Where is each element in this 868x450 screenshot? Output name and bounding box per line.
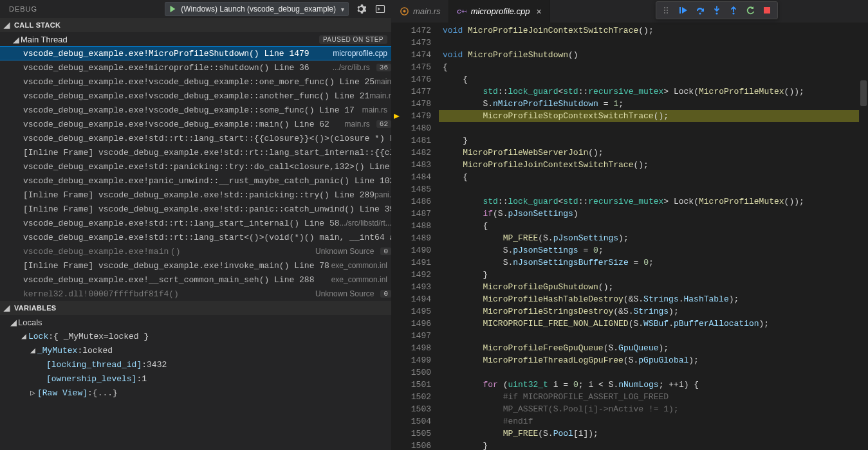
stack-frame[interactable]: [Inline Frame] vscode_debug_example.exe!…: [0, 188, 391, 202]
code-line[interactable]: S.pJsonSettings = 0;: [439, 244, 859, 256]
stack-frame[interactable]: vscode_debug_example.exe!vscode_debug_ex…: [0, 103, 391, 117]
thread-name: Main Thread: [21, 35, 68, 44]
code-line[interactable]: S.nJsonSettingsBufferSize = 0;: [439, 256, 859, 269]
code-line[interactable]: {: [439, 61, 859, 73]
variable-row[interactable]: ▷ [Raw View]: {...}: [0, 386, 391, 400]
drag-grip-icon[interactable]: [659, 3, 674, 18]
svg-point-6: [664, 10, 665, 11]
thread-status-badge: PAUSED ON STEP: [319, 35, 387, 44]
cpp-file-icon: C++: [457, 6, 467, 17]
stack-frame[interactable]: vscode_debug_example.exe!vscode_debug_ex…: [0, 75, 391, 89]
variables-title: VARIABLES: [14, 304, 56, 312]
code-line[interactable]: S.nMicroProfileShutdown = 1;: [439, 98, 859, 110]
stack-frame[interactable]: kernel32.dll!00007ffffbdf81f4()Unknown S…: [0, 287, 391, 301]
stack-frame[interactable]: vscode_debug_example.exe!__scrt_common_m…: [0, 273, 391, 287]
code-line[interactable]: std::lock_guard<std::recursive_mutex> Lo…: [439, 86, 859, 98]
chevron-down-icon: ◢: [3, 303, 12, 312]
step-over-button[interactable]: [692, 3, 708, 18]
stack-frame[interactable]: vscode_debug_example.exe!MicroProfileShu…: [0, 46, 391, 60]
variable-row[interactable]: [locking_thread_id]: 3432: [0, 357, 391, 372]
code-line[interactable]: MP_FREE(S.pJsonSettings);: [439, 232, 859, 244]
variables-section-header[interactable]: ◢ VARIABLES: [0, 301, 391, 315]
stack-frame[interactable]: vscode_debug_example.exe!std::rt::lang_s…: [0, 230, 391, 244]
stop-button[interactable]: [759, 3, 775, 18]
stack-frame[interactable]: [Inline Frame] vscode_debug_example.exe!…: [0, 202, 391, 216]
code-line[interactable]: {: [439, 171, 859, 183]
stack-frame[interactable]: [Inline Frame] vscode_debug_example.exe!…: [0, 145, 391, 159]
code-line[interactable]: MicroProfileStopContextSwitchTrace();: [439, 110, 859, 122]
continue-button[interactable]: [676, 3, 691, 18]
code-line[interactable]: MicroProfileThreadLogGpuFree(S.pGpuGloba…: [439, 354, 859, 366]
stack-frame[interactable]: vscode_debug_example.exe!main ()Unknown …: [0, 244, 391, 258]
code-line[interactable]: {: [439, 73, 859, 86]
code-line[interactable]: MicroProfileWebServerJoin();: [439, 147, 859, 159]
variable-row[interactable]: ◢ Lock: { _MyMutex=locked }: [0, 329, 391, 343]
code-line[interactable]: MicroProfileGpuShutdown();: [439, 281, 859, 293]
tab-main-rs[interactable]: main.rs: [391, 0, 449, 22]
code-line[interactable]: MicroProfileFreeGpuQueue(S.GpuQueue);: [439, 342, 859, 354]
callstack-title: CALL STACK: [14, 21, 60, 29]
code-line[interactable]: if(S.pJsonSettings): [439, 208, 859, 220]
code-line[interactable]: void MicroProfileShutdown(): [439, 49, 859, 61]
stack-frame-line-badge: 36: [376, 64, 391, 71]
code-line[interactable]: }: [439, 269, 859, 281]
svg-point-11: [699, 12, 701, 14]
code-area[interactable]: void MicroProfileJoinContextSwitchTrace(…: [439, 22, 859, 450]
stack-frame[interactable]: vscode_debug_example.exe!std::rt::lang_s…: [0, 131, 391, 145]
stack-frame[interactable]: vscode_debug_example.exe!vscode_debug_ex…: [0, 89, 391, 103]
gear-icon[interactable]: [354, 2, 368, 16]
variable-row[interactable]: ◢ _MyMutex: locked: [0, 343, 391, 357]
code-line[interactable]: MicroProfileJoinContextSwitchTrace();: [439, 159, 859, 171]
svg-rect-0: [376, 6, 385, 13]
svg-point-2: [403, 10, 405, 12]
code-editor[interactable]: 1472147314741475147614771478147914801481…: [391, 22, 868, 450]
stack-frame[interactable]: vscode_debug_example.exe!microprofile::s…: [0, 60, 391, 75]
tab-microprofile-cpp[interactable]: C++ microprofile.cpp ×: [449, 0, 550, 22]
code-line[interactable]: {: [439, 220, 859, 232]
stack-frame-source: exe_common.inl: [331, 275, 391, 284]
code-line[interactable]: MicroProfileHashTableDestroy(&S.Strings.…: [439, 293, 859, 305]
stack-frame[interactable]: vscode_debug_example.exe!std::panicking:…: [0, 159, 391, 174]
tab-label: microprofile.cpp: [471, 6, 530, 16]
restart-button[interactable]: [743, 3, 758, 18]
rust-file-icon: [399, 6, 409, 17]
stack-frame[interactable]: vscode_debug_example.exe!vscode_debug_ex…: [0, 117, 391, 131]
code-line[interactable]: std::lock_guard<std::recursive_mutex> Lo…: [439, 195, 859, 208]
tab-label: main.rs: [413, 6, 441, 16]
stack-frame[interactable]: vscode_debug_example.exe!std::rt::lang_s…: [0, 216, 391, 230]
stack-frame-source: main.rs: [344, 120, 373, 129]
code-line[interactable]: MicroProfileStringsDestroy(&S.Strings);: [439, 305, 859, 318]
code-line[interactable]: void MicroProfileJoinContextSwitchTrace(…: [439, 24, 859, 37]
variable-row[interactable]: [ownership_levels]: 1: [0, 372, 391, 386]
debug-console-icon[interactable]: [373, 2, 387, 16]
code-line[interactable]: [439, 366, 859, 379]
code-line[interactable]: MP_ASSERT(S.Pool[i]->nActive != 1);: [439, 403, 859, 415]
code-line[interactable]: [439, 122, 859, 134]
callstack-section-header[interactable]: ◢ CALL STACK: [0, 18, 391, 32]
stack-frame[interactable]: [Inline Frame] vscode_debug_example.exe!…: [0, 258, 391, 273]
code-line[interactable]: }: [439, 440, 859, 450]
code-line[interactable]: MICROPROFILE_FREE_NON_ALIGNED(S.WSBuf.pB…: [439, 318, 859, 330]
launch-config-selector[interactable]: (Windows) Launch (vscode_debug_example) …: [165, 2, 349, 16]
code-line[interactable]: for (uint32_t i = 0; i < S.nNumLogs; ++i…: [439, 379, 859, 391]
start-debug-icon[interactable]: [168, 4, 177, 14]
code-line[interactable]: [439, 183, 859, 195]
stack-frame-source: Unknown Source: [315, 289, 378, 298]
stack-frame-line-badge: 0: [380, 248, 391, 255]
stack-frame-source: main...: [374, 77, 391, 86]
vertical-scrollbar[interactable]: [859, 22, 868, 450]
thread-row[interactable]: ◢ Main Thread PAUSED ON STEP: [0, 32, 391, 46]
stack-frame[interactable]: vscode_debug_example.exe!panic_unwind::_…: [0, 174, 391, 188]
code-line[interactable]: MP_FREE(S.Pool[i]);: [439, 428, 859, 440]
variables-scope-locals[interactable]: ◢ Locals: [0, 315, 391, 329]
launch-config-name: (Windows) Launch (vscode_debug_example): [181, 4, 336, 14]
close-icon[interactable]: ×: [536, 6, 541, 17]
step-into-button[interactable]: [709, 3, 725, 18]
code-line[interactable]: [439, 37, 859, 49]
code-line[interactable]: [439, 330, 859, 342]
step-out-button[interactable]: [726, 3, 741, 18]
code-line[interactable]: #endif: [439, 415, 859, 428]
code-line[interactable]: #if MICROPROFILE_ASSERT_LOG_FREED: [439, 391, 859, 403]
code-line[interactable]: }: [439, 134, 859, 147]
line-number-gutter: 1472147314741475147614771478147914801481…: [403, 22, 439, 450]
